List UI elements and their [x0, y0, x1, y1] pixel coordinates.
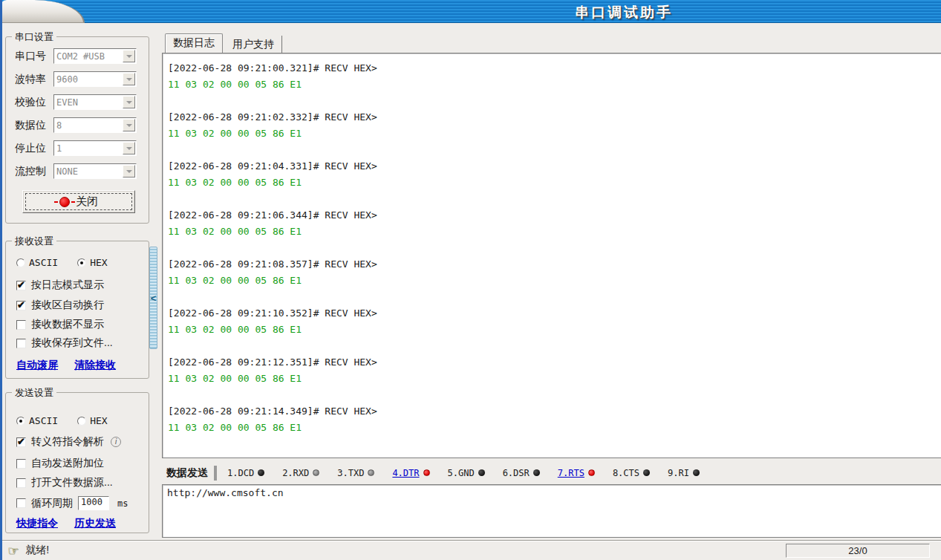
parity-label: 校验位	[15, 96, 53, 109]
log-timestamp: [2022-06-28 09:21:14.349]# RECV HEX>	[168, 403, 941, 420]
log-hex-data: 11 03 02 00 00 05 86 E1	[168, 420, 941, 436]
checkbox-checked-icon	[16, 437, 26, 447]
stopbits-select[interactable]: 1	[53, 140, 137, 156]
auto-wrap-checkbox[interactable]: 接收区自动换行	[16, 299, 104, 312]
pin-rts[interactable]: 7.RTS	[558, 468, 595, 478]
tab-user-support[interactable]: 用户支持	[225, 36, 282, 53]
pin-dcd: 1.DCD	[227, 468, 264, 478]
databits-label: 数据位	[15, 119, 53, 132]
log-hex-data: 11 03 02 00 00 05 86 E1	[168, 273, 941, 289]
clear-receive-link[interactable]: 清除接收	[74, 359, 116, 372]
window-title: 串口调试助手	[575, 3, 673, 22]
flowctrl-label: 流控制	[15, 165, 53, 178]
pin-status-icon	[533, 469, 540, 476]
pin-status-icon	[478, 469, 485, 476]
rx-tx-counter: 23/0	[786, 544, 930, 558]
status-bar: ☞ 就绪! 23/0	[0, 540, 941, 560]
receive-log-area[interactable]: [2022-06-28 09:21:00.321]# RECV HEX> 11 …	[162, 53, 941, 458]
chevron-down-icon[interactable]	[123, 142, 135, 154]
collapse-left-icon: <	[151, 293, 157, 303]
radio-selected-icon	[16, 417, 25, 426]
pin-indicators: 1.DCD 2.RXD 3.TXD 4.DTR 5.GND 6.DSR 7.RT…	[227, 468, 700, 478]
checkbox-icon	[16, 478, 26, 488]
log-hex-data: 11 03 02 00 00 05 86 E1	[168, 126, 941, 142]
info-icon[interactable]	[111, 437, 121, 447]
log-timestamp: [2022-06-28 09:21:08.357]# RECV HEX>	[168, 256, 941, 273]
send-hex-radio[interactable]: HEX	[77, 415, 107, 426]
baudrate-select[interactable]: 9600	[53, 71, 137, 87]
log-hex-data: 11 03 02 00 00 05 86 E1	[168, 322, 941, 338]
cycle-unit-label: ms	[117, 498, 128, 509]
send-ascii-radio[interactable]: ASCII	[16, 415, 58, 426]
cycle-period-checkbox[interactable]: 循环周期 1000 ms	[16, 496, 128, 510]
group-serial-settings-title: 串口设置	[12, 30, 56, 44]
log-entry: [2022-06-28 09:21:06.344]# RECV HEX> 11 …	[168, 207, 941, 240]
group-receive-settings-title: 接收设置	[12, 235, 56, 248]
log-entry: [2022-06-28 09:21:12.351]# RECV HEX> 11 …	[168, 354, 941, 387]
recv-ascii-radio[interactable]: ASCII	[16, 257, 58, 268]
separator-gripper	[214, 466, 217, 481]
group-send-settings: 发送设置 ASCII HEX 转义符指令解析 自动发送附加位 打开文件数据源..…	[5, 392, 149, 533]
pin-dtr[interactable]: 4.DTR	[392, 468, 429, 478]
auto-scroll-link[interactable]: 自动滚屏	[16, 359, 58, 372]
pointer-hand-icon: ☞	[7, 544, 19, 557]
flowctrl-select[interactable]: NONE	[53, 163, 137, 179]
escape-parse-checkbox[interactable]: 转义符指令解析	[16, 435, 121, 449]
log-timestamp: [2022-06-28 09:21:00.321]# RECV HEX>	[168, 60, 941, 76]
parity-select[interactable]: EVEN	[53, 94, 137, 110]
pin-cts: 8.CTS	[613, 468, 650, 478]
chevron-down-icon[interactable]	[123, 165, 135, 178]
group-receive-settings: 接收设置 ASCII HEX 按日志模式显示 接收区自动换行 接收数据不显示 接…	[5, 241, 149, 379]
checkbox-icon	[16, 459, 26, 469]
baudrate-label: 波特率	[15, 73, 53, 86]
pin-txd: 3.TXD	[337, 468, 374, 478]
data-send-strip: 数据发送 1.DCD 2.RXD 3.TXD 4.DTR 5.GND 6.DSR…	[162, 463, 941, 483]
log-entry: [2022-06-28 09:21:08.357]# RECV HEX> 11 …	[168, 256, 941, 289]
pin-ri: 9.RI	[668, 468, 700, 478]
log-hex-data: 11 03 02 00 00 05 86 E1	[168, 76, 941, 93]
auto-append-checkbox[interactable]: 自动发送附加位	[16, 457, 104, 470]
title-bar[interactable]: 串口调试助手	[0, 0, 941, 23]
title-bar-left-cap	[0, 0, 85, 23]
open-file-source-checkbox[interactable]: 打开文件数据源...	[16, 476, 113, 489]
pin-status-icon	[643, 469, 650, 476]
pin-gnd: 5.GND	[448, 468, 485, 478]
port-select[interactable]: COM2 #USB	[53, 48, 137, 64]
send-data-input[interactable]: http://www.cmsoft.cn	[162, 484, 941, 538]
tab-data-log[interactable]: 数据日志	[165, 33, 223, 53]
radio-icon	[16, 258, 25, 267]
stopbits-label: 停止位	[15, 142, 53, 155]
log-hex-data: 11 03 02 00 00 05 86 E1	[168, 224, 941, 240]
log-timestamp: [2022-06-28 09:21:04.331]# RECV HEX>	[168, 158, 941, 175]
log-entry: [2022-06-28 09:21:00.321]# RECV HEX> 11 …	[168, 60, 941, 93]
log-mode-checkbox[interactable]: 按日志模式显示	[16, 279, 104, 292]
checkbox-checked-icon	[16, 281, 26, 290]
pin-status-icon	[693, 469, 700, 476]
checkbox-icon	[16, 320, 26, 330]
log-entry: [2022-06-28 09:21:02.332]# RECV HEX> 11 …	[168, 109, 941, 142]
pin-status-icon	[258, 469, 264, 476]
close-port-button[interactable]: 关闭	[22, 190, 135, 213]
chevron-down-icon[interactable]	[123, 96, 135, 108]
main-tabstrip: 数据日志 用户支持	[165, 34, 282, 53]
chevron-down-icon[interactable]	[123, 119, 135, 131]
history-send-link[interactable]: 历史发送	[74, 517, 116, 530]
pin-status-icon	[313, 469, 319, 476]
log-hex-data: 11 03 02 00 00 05 86 E1	[168, 175, 941, 191]
log-timestamp: [2022-06-28 09:21:06.344]# RECV HEX>	[168, 207, 941, 224]
databits-select[interactable]: 8	[53, 117, 137, 133]
pin-rxd: 2.RXD	[282, 468, 319, 478]
save-to-file-checkbox[interactable]: 接收保存到文件...	[16, 336, 113, 350]
hide-recv-checkbox[interactable]: 接收数据不显示	[16, 318, 104, 331]
recv-hex-radio[interactable]: HEX	[77, 257, 107, 268]
chevron-down-icon[interactable]	[123, 50, 135, 62]
log-entry: [2022-06-28 09:21:14.349]# RECV HEX> 11 …	[168, 403, 941, 436]
pin-status-icon	[423, 469, 430, 476]
pin-status-icon	[368, 469, 374, 476]
panel-splitter[interactable]: <	[149, 247, 157, 349]
log-timestamp: [2022-06-28 09:21:02.332]# RECV HEX>	[168, 109, 941, 126]
chevron-down-icon[interactable]	[123, 73, 135, 85]
checkbox-checked-icon	[16, 301, 26, 310]
cycle-period-input[interactable]: 1000	[78, 496, 109, 510]
quick-commands-link[interactable]: 快捷指令	[16, 517, 58, 530]
